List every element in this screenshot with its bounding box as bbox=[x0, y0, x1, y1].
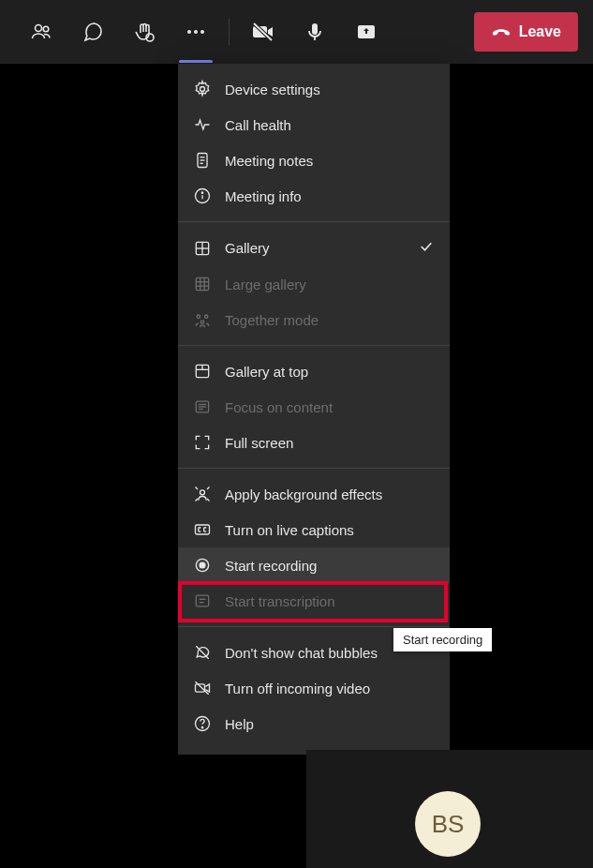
notes-icon bbox=[193, 151, 212, 170]
avatar: BS bbox=[415, 791, 481, 857]
reactions-button[interactable] bbox=[118, 8, 170, 55]
mic-button[interactable] bbox=[289, 8, 340, 55]
menu-label: Full screen bbox=[225, 435, 293, 451]
gallery-top-icon bbox=[193, 362, 212, 381]
menu-label: Focus on content bbox=[225, 399, 333, 415]
cc-icon bbox=[193, 520, 212, 539]
menu-focus-content: Focus on content bbox=[178, 389, 450, 425]
people-button[interactable] bbox=[15, 8, 67, 55]
svg-point-37 bbox=[200, 490, 205, 495]
chat-icon bbox=[82, 21, 104, 43]
menu-bg-effects[interactable]: Apply background effects bbox=[178, 476, 450, 512]
svg-point-28 bbox=[205, 315, 208, 318]
people-icon bbox=[30, 21, 52, 43]
share-icon bbox=[355, 21, 378, 43]
menu-label: Gallery bbox=[225, 240, 270, 256]
active-underline bbox=[179, 60, 213, 63]
svg-rect-41 bbox=[196, 595, 208, 606]
camera-button[interactable] bbox=[237, 8, 289, 55]
chat-bubbles-icon bbox=[193, 643, 212, 662]
menu-label: Start transcription bbox=[225, 593, 335, 609]
toolbar-divider bbox=[229, 19, 230, 45]
fullscreen-icon bbox=[193, 433, 212, 452]
help-icon bbox=[193, 714, 212, 733]
svg-point-0 bbox=[35, 25, 41, 32]
menu-label: Device settings bbox=[225, 82, 320, 97]
svg-point-4 bbox=[194, 30, 198, 34]
transcription-icon bbox=[193, 591, 212, 610]
menu-label: Turn off incoming video bbox=[225, 681, 370, 696]
check-icon bbox=[418, 238, 435, 258]
more-icon bbox=[185, 21, 207, 43]
menu-start-recording[interactable]: Start recording bbox=[178, 547, 450, 583]
share-button[interactable] bbox=[340, 8, 392, 55]
menu-gallery[interactable]: Gallery bbox=[178, 230, 450, 266]
svg-point-1 bbox=[43, 26, 49, 32]
menu-label: Meeting notes bbox=[225, 153, 313, 169]
gallery-icon bbox=[193, 239, 212, 258]
mic-icon bbox=[304, 21, 326, 43]
menu-help[interactable]: Help bbox=[178, 706, 450, 741]
chat-button[interactable] bbox=[67, 8, 118, 55]
gear-icon bbox=[193, 80, 212, 98]
svg-point-18 bbox=[201, 192, 202, 193]
svg-point-48 bbox=[201, 727, 202, 728]
svg-point-40 bbox=[200, 562, 205, 568]
menu-meeting-info[interactable]: Meeting info bbox=[178, 178, 450, 214]
menu-label: Turn on live captions bbox=[225, 522, 354, 538]
svg-point-3 bbox=[187, 30, 191, 34]
svg-rect-38 bbox=[196, 525, 210, 534]
tooltip: Start recording bbox=[393, 628, 492, 651]
video-off-icon bbox=[193, 679, 212, 697]
svg-point-5 bbox=[200, 30, 204, 34]
camera-off-icon bbox=[252, 21, 274, 43]
menu-label: Start recording bbox=[225, 558, 317, 574]
svg-point-29 bbox=[200, 321, 203, 323]
svg-rect-22 bbox=[196, 277, 208, 290]
more-button[interactable] bbox=[170, 8, 221, 55]
hand-emoji-icon bbox=[133, 21, 156, 43]
leave-label: Leave bbox=[519, 23, 561, 40]
menu-device-settings[interactable]: Device settings bbox=[178, 71, 450, 107]
menu-label: Gallery at top bbox=[225, 364, 308, 380]
svg-point-27 bbox=[197, 315, 200, 318]
menu-call-health[interactable]: Call health bbox=[178, 107, 450, 142]
menu-label: Help bbox=[225, 716, 254, 732]
info-icon bbox=[193, 187, 212, 205]
menu-label: Meeting info bbox=[225, 188, 302, 204]
menu-live-captions[interactable]: Turn on live captions bbox=[178, 512, 450, 547]
menu-together-mode: Together mode bbox=[178, 302, 450, 337]
menu-meeting-notes[interactable]: Meeting notes bbox=[178, 142, 450, 178]
menu-fullscreen[interactable]: Full screen bbox=[178, 425, 450, 460]
record-icon bbox=[193, 556, 212, 575]
svg-point-11 bbox=[200, 87, 205, 92]
together-icon bbox=[193, 310, 212, 329]
meeting-toolbar: Leave bbox=[0, 0, 593, 64]
menu-start-transcription: Start transcription bbox=[178, 583, 450, 619]
menu-label: Call health bbox=[225, 117, 291, 133]
menu-incoming-video[interactable]: Turn off incoming video bbox=[178, 670, 450, 706]
menu-gallery-top[interactable]: Gallery at top bbox=[178, 353, 450, 389]
leave-button[interactable]: Leave bbox=[474, 12, 578, 52]
focus-icon bbox=[193, 397, 212, 416]
menu-label: Don't show chat bubbles bbox=[225, 645, 378, 661]
menu-large-gallery: Large gallery bbox=[178, 266, 450, 302]
hangup-icon bbox=[491, 22, 511, 42]
svg-rect-45 bbox=[196, 684, 205, 692]
menu-label: Apply background effects bbox=[225, 486, 382, 502]
health-icon bbox=[193, 115, 212, 134]
bg-effects-icon bbox=[193, 485, 212, 503]
svg-rect-8 bbox=[312, 23, 318, 35]
large-gallery-icon bbox=[193, 275, 212, 293]
menu-label: Large gallery bbox=[225, 277, 306, 292]
menu-label: Together mode bbox=[225, 312, 319, 328]
